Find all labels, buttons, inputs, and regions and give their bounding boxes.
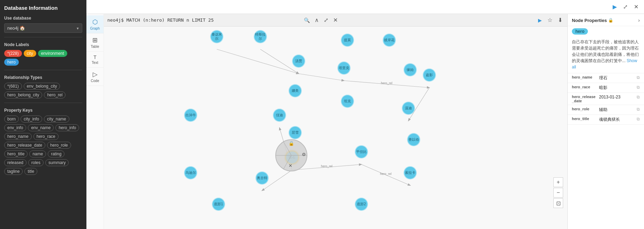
hero-badge[interactable]: hero bbox=[572, 28, 588, 35]
rel-env-belong-city[interactable]: env_belong_city bbox=[24, 83, 60, 90]
graph-node-n22[interactable]: 底部2 bbox=[355, 198, 368, 211]
database-select[interactable]: neo4j 🏠 bbox=[4, 23, 82, 33]
main-panel: neo4j$ ▶ ⤢ ✕ ⬡ Graph ⊞ Table T Text ▷ bbox=[86, 0, 644, 229]
prop-row-hero-title: hero_title 魂锁典狱长 ⧉ bbox=[568, 115, 644, 125]
prop-copy-hero-role[interactable]: ⧉ bbox=[637, 107, 640, 112]
graph-icon: ⬡ bbox=[92, 18, 98, 26]
label-environment[interactable]: environment bbox=[38, 50, 67, 57]
graph-node-n7[interactable]: 缘始 bbox=[404, 63, 417, 76]
graph-node-n9[interactable]: 塔里克 bbox=[337, 61, 351, 75]
query-expand-icon[interactable]: ⤢ bbox=[322, 16, 330, 24]
prop-copy-hero-title[interactable]: ⧉ bbox=[637, 117, 640, 121]
prop-val-hero-title: 魂锁典狱长 bbox=[599, 117, 635, 123]
query-run-button[interactable]: ▶ bbox=[537, 17, 543, 24]
graph-node-n14[interactable]: 层雪 bbox=[289, 126, 302, 139]
label-all[interactable]: *(228) bbox=[4, 50, 22, 57]
sidebar: Database Information Use database neo4j … bbox=[0, 0, 86, 229]
prop-city-info[interactable]: city_info bbox=[21, 116, 42, 123]
svg-line-6 bbox=[361, 164, 410, 185]
zoom-out-button[interactable]: − bbox=[553, 188, 563, 198]
graph-node-n21[interactable]: 底部1 bbox=[212, 198, 225, 211]
query-close-icon[interactable]: ✕ bbox=[332, 16, 339, 24]
prop-row-hero-race: hero_race 暗影 ⧉ bbox=[568, 83, 644, 93]
node-labels-title: Node Labels bbox=[4, 42, 82, 47]
graph-node-n8[interactable]: 坦克 bbox=[341, 95, 354, 108]
nav-graph-label: Graph bbox=[90, 27, 100, 30]
nav-table-button[interactable]: ⊞ Table bbox=[86, 34, 104, 52]
prop-city-name[interactable]: city_name bbox=[44, 116, 69, 123]
query-download-button[interactable]: ⬇ bbox=[557, 16, 564, 24]
zoom-controls: + − ⊡ bbox=[553, 177, 563, 208]
label-city[interactable]: city bbox=[24, 50, 36, 57]
prop-released[interactable]: released bbox=[4, 159, 26, 166]
svg-line-2 bbox=[299, 74, 344, 81]
text-icon: T bbox=[93, 54, 97, 60]
graph-node-n17[interactable]: 奥古特 bbox=[255, 171, 269, 185]
graph-node-n16[interactable]: 乌迪尔 bbox=[184, 166, 197, 179]
graph-node-n4[interactable]: 娜美 bbox=[289, 84, 302, 97]
graph-node-n18[interactable]: 平但比 bbox=[355, 145, 368, 158]
zoom-in-button[interactable]: + bbox=[553, 177, 563, 187]
graph-node-n5[interactable]: 提莫 bbox=[341, 34, 354, 47]
prop-env-info[interactable]: env_info bbox=[4, 124, 26, 131]
prop-hero-race[interactable]: hero_race bbox=[33, 133, 59, 140]
relationship-types-title: Relationship Types bbox=[4, 75, 82, 80]
nav-text-button[interactable]: T Text bbox=[86, 52, 104, 68]
prop-env-name[interactable]: env_name bbox=[28, 124, 54, 131]
prop-hero-role[interactable]: hero_role bbox=[47, 142, 71, 149]
graph-node-n13[interactable]: 佳迪 bbox=[273, 109, 286, 122]
prop-summary[interactable]: summary bbox=[45, 159, 69, 166]
prop-key-hero-release-date: hero_release_date bbox=[572, 95, 597, 103]
nav-text-label: Text bbox=[92, 61, 98, 65]
relationship-types-list: *(681) env_belong_city hero_belong_city … bbox=[4, 83, 82, 98]
prop-roles[interactable]: roles bbox=[28, 159, 44, 166]
graph-node-n20[interactable]: 索拉卡 bbox=[404, 166, 417, 179]
rel-all[interactable]: *(681) bbox=[4, 83, 22, 90]
query-bar: neo4j$ MATCH (n:hero) RETURN n LIMIT 25 … bbox=[104, 14, 567, 27]
graph-node-n11[interactable]: 盗影 bbox=[423, 68, 436, 82]
graph-node-n2[interactable]: 特斯拉尔 bbox=[254, 30, 267, 43]
prop-hero-title[interactable]: hero_title bbox=[4, 150, 28, 157]
ring-icon-bottom[interactable]: ✕ bbox=[289, 163, 292, 168]
query-zoom-icon[interactable]: 🔍 bbox=[302, 17, 311, 24]
prop-tagline[interactable]: tagline bbox=[4, 168, 23, 175]
prop-row-hero-role: hero_role 辅助 ⧉ bbox=[568, 105, 644, 115]
prop-hero-name[interactable]: hero_name bbox=[4, 133, 32, 140]
graph-node-n6[interactable]: 彼岸花 bbox=[383, 34, 396, 47]
query-fav-button[interactable]: ☆ bbox=[546, 16, 554, 24]
property-table: hero_name 理石 ⧉ hero_race 暗影 ⧉ hero_relea… bbox=[568, 73, 644, 229]
prop-copy-hero-race[interactable]: ⧉ bbox=[637, 85, 640, 90]
prop-val-hero-race: 暗影 bbox=[599, 85, 635, 91]
rel-hero-rel[interactable]: hero_rel bbox=[44, 91, 66, 98]
right-panel-title: Node Properties 🔒 bbox=[572, 18, 613, 23]
graph-node-n12[interactable]: 出淖牛 bbox=[184, 109, 197, 122]
zoom-fit-button[interactable]: ⊡ bbox=[553, 198, 563, 208]
prop-hero-release-date[interactable]: hero_release_date bbox=[4, 142, 45, 149]
topbar-run-button[interactable]: ▶ bbox=[611, 3, 618, 11]
prop-copy-hero-release-date[interactable]: ⧉ bbox=[637, 95, 640, 99]
graph-node-n19[interactable]: 善以动 bbox=[407, 133, 420, 146]
prop-name[interactable]: name bbox=[29, 150, 46, 157]
graph-node-n10[interactable]: 温迪 bbox=[402, 102, 415, 115]
topbar-query-input[interactable]: neo4j$ bbox=[91, 4, 611, 10]
topbar-expand-button[interactable]: ⤢ bbox=[622, 3, 629, 11]
prop-born[interactable]: born bbox=[4, 116, 19, 123]
rel-hero-belong-city[interactable]: hero_belong_city bbox=[4, 91, 42, 98]
prop-copy-hero-name[interactable]: ⧉ bbox=[637, 75, 640, 80]
nav-code-button[interactable]: ▷ Code bbox=[86, 68, 104, 86]
context-ring-area: 🔒 ⚙ ✕ bbox=[274, 138, 309, 173]
ring-icon-top[interactable]: 🔒 bbox=[289, 141, 294, 146]
prop-title[interactable]: title bbox=[24, 168, 37, 175]
edge-label: hero_rel bbox=[321, 164, 332, 168]
prop-hero-info[interactable]: hero_info bbox=[55, 124, 79, 131]
nav-graph-button[interactable]: ⬡ Graph bbox=[86, 15, 104, 34]
prop-rating[interactable]: rating bbox=[48, 150, 64, 157]
graph-node-n1[interactable]: 泰达米尔 bbox=[210, 30, 223, 43]
query-scroll-up-icon[interactable]: ∧ bbox=[313, 16, 320, 24]
graph-node-n3[interactable]: 汤贾 bbox=[292, 54, 305, 68]
topbar-close-button[interactable]: ✕ bbox=[632, 3, 640, 11]
panel-expand-icon[interactable]: › bbox=[638, 17, 640, 23]
label-hero[interactable]: hero bbox=[4, 59, 19, 66]
database-selector-wrap[interactable]: neo4j 🏠 bbox=[4, 23, 82, 33]
ring-icon-right[interactable]: ⚙ bbox=[302, 152, 306, 157]
